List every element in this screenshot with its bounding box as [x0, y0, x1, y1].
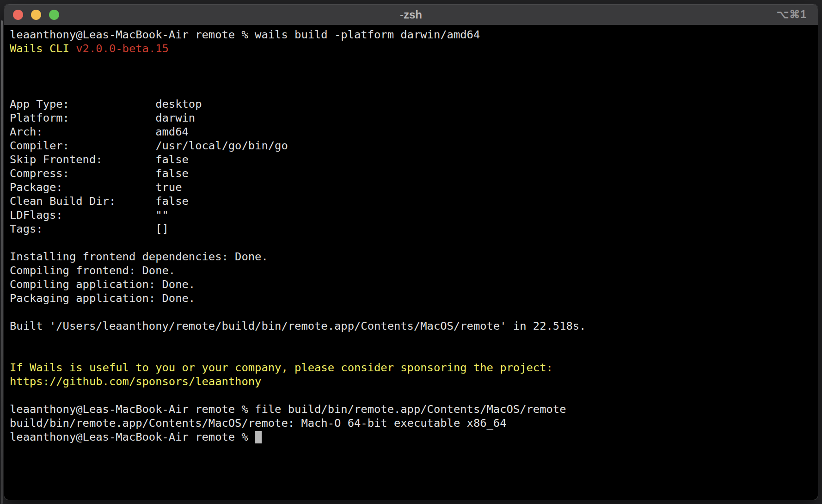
config-tags: Tags: [] — [10, 222, 814, 236]
terminal-text: LDFlags: "" — [10, 209, 169, 221]
terminal-text: Skip Frontend: false — [10, 153, 189, 166]
config-package: Package: true — [10, 180, 814, 194]
terminal-text: If Wails is useful to you or your compan… — [10, 361, 553, 374]
blank-line — [10, 83, 814, 97]
blank-line — [10, 347, 814, 361]
terminal-text: Tags: [] — [10, 222, 169, 235]
window-title: -zsh — [4, 4, 818, 25]
terminal-text: leaanthony@Leas-MacBook-Air remote % — [10, 430, 255, 443]
terminal-text: leaanthony@Leas-MacBook-Air remote % wai… — [10, 28, 480, 41]
terminal-text: Built '/Users/leaanthony/remote/build/bi… — [10, 320, 586, 332]
config-skip-frontend: Skip Frontend: false — [10, 153, 814, 166]
terminal-text: Compiling application: Done. — [10, 278, 195, 291]
terminal-text: build/bin/remote.app/Contents/MacOS/remo… — [10, 417, 507, 430]
blank-line — [10, 236, 814, 250]
terminal-text: Installing frontend dependencies: Done. — [10, 250, 268, 263]
status-compiling-application: Compiling application: Done. — [10, 277, 814, 291]
config-clean-build-dir: Clean Build Dir: false — [10, 194, 814, 208]
terminal-cursor — [255, 431, 262, 443]
status-packaging-application: Packaging application: Done. — [10, 291, 814, 305]
terminal-text: v2.0.0-beta.15 — [76, 42, 169, 55]
status-compiling-frontend: Compiling frontend: Done. — [10, 264, 814, 277]
background-window-edge — [1, 20, 3, 504]
config-platform: Platform: darwin — [10, 111, 814, 125]
sponsor-link[interactable]: https://github.com/sponsors/leaanthony — [10, 375, 261, 388]
terminal-text: Arch: amd64 — [10, 125, 189, 138]
terminal-text: Compiler: /usr/local/go/bin/go — [10, 139, 288, 152]
desktop-background: -zsh ⌥⌘1 leaanthony@Leas-MacBook-Air rem… — [0, 0, 822, 504]
sponsor-message-line: If Wails is useful to you or your compan… — [10, 361, 814, 375]
blank-line — [10, 388, 814, 402]
terminal-text: Wails CLI — [10, 42, 76, 55]
prompt-current: leaanthony@Leas-MacBook-Air remote % — [10, 430, 814, 444]
terminal-window: -zsh ⌥⌘1 leaanthony@Leas-MacBook-Air rem… — [4, 4, 818, 500]
terminal-screen[interactable]: leaanthony@Leas-MacBook-Air remote % wai… — [4, 25, 818, 444]
build-result-line: Built '/Users/leaanthony/remote/build/bi… — [10, 319, 814, 333]
wails-version-line: Wails CLI v2.0.0-beta.15 — [10, 42, 814, 55]
config-app-type: App Type: desktop — [10, 97, 814, 111]
blank-line — [10, 305, 814, 319]
titlebar[interactable]: -zsh ⌥⌘1 — [4, 4, 818, 25]
prompt-file-command: leaanthony@Leas-MacBook-Air remote % fil… — [10, 402, 814, 416]
terminal-text: Package: true — [10, 181, 182, 194]
terminal-text: Packaging application: Done. — [10, 292, 195, 305]
zoom-button[interactable] — [49, 10, 59, 20]
config-arch: Arch: amd64 — [10, 125, 814, 139]
blank-line — [10, 69, 814, 83]
terminal-text: Compiling frontend: Done. — [10, 264, 175, 277]
terminal-text: leaanthony@Leas-MacBook-Air remote % fil… — [10, 403, 566, 416]
file-output-line: build/bin/remote.app/Contents/MacOS/remo… — [10, 416, 814, 430]
blank-line — [10, 333, 814, 347]
config-compress: Compress: false — [10, 166, 814, 180]
terminal-text: Compress: false — [10, 167, 189, 180]
config-compiler: Compiler: /usr/local/go/bin/go — [10, 139, 814, 153]
config-ldflags: LDFlags: "" — [10, 208, 814, 222]
terminal-text: Platform: darwin — [10, 111, 195, 124]
status-installing-frontend: Installing frontend dependencies: Done. — [10, 250, 814, 264]
sponsor-url-line: https://github.com/sponsors/leaanthony — [10, 375, 814, 388]
traffic-lights — [4, 10, 59, 20]
terminal-text: App Type: desktop — [10, 98, 202, 111]
close-button[interactable] — [13, 10, 23, 20]
minimize-button[interactable] — [31, 10, 41, 20]
terminal-text: Clean Build Dir: false — [10, 195, 189, 208]
tab-shortcut-label: ⌥⌘1 — [777, 4, 807, 25]
prompt-build-command: leaanthony@Leas-MacBook-Air remote % wai… — [10, 28, 814, 42]
blank-line — [10, 55, 814, 69]
